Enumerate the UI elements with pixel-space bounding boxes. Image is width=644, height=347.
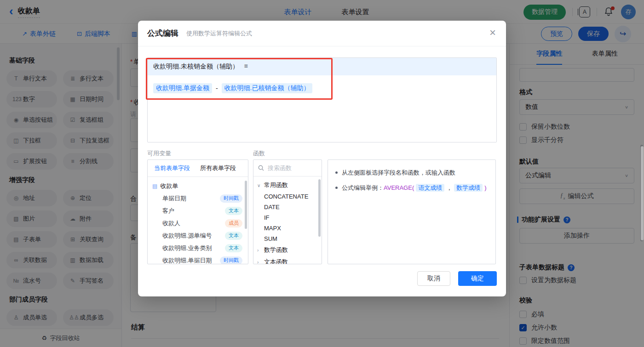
variable-tree-root[interactable]: ▤收款单 [148,180,248,192]
example-field-token: 数学成绩 [454,184,483,192]
variable-type-badge: 时间戳 [220,194,242,203]
field-token[interactable]: 收款明细.单据金额 [153,83,212,93]
modal-title: 公式编辑 [147,28,178,39]
tip-example: 公式编辑举例：AVERAGE(语文成绩，数学成绩) [342,183,487,193]
variable-item[interactable]: 客户文本 [148,205,248,217]
formula-target-field: 收款明细.未核销金额（辅助） [153,63,239,70]
equals-sign: = [244,63,248,70]
variable-item[interactable]: 单据日期时间戳 [148,192,248,205]
formula-result-row: 收款明细.未核销金额（辅助） = [148,58,496,75]
chevron-down-icon: ∨ [257,183,261,188]
variable-item[interactable]: 收款明细.源单编号文本 [148,229,248,242]
tips-panel: 从左侧面板选择字段名和函数，或输入函数 公式编辑举例：AVERAGE(语文成绩，… [328,159,496,264]
example-close-paren: ) [484,184,486,191]
function-search-input[interactable]: 搜索函数 [253,160,322,176]
function-item[interactable]: DATE [253,202,322,212]
function-group-文本函数[interactable]: ›文本函数 [253,256,322,264]
variable-item[interactable]: 收款明细.单据日期时间戳 [148,254,248,264]
variable-type-badge: 文本 [225,244,242,252]
chevron-right-icon: › [257,260,261,265]
variable-name: 收款明细.单据日期 [162,256,212,265]
variables-panel: 当前表单字段 所有表单字段 ▤收款单单据日期时间戳客户文本收款人成员收款明细.源… [147,159,248,264]
variable-item[interactable]: 收款人成员 [148,217,248,229]
function-item[interactable]: IF [253,212,322,223]
tip-text: 从左侧面板选择字段名和函数，或输入函数 [342,168,455,178]
close-icon[interactable]: × [489,27,496,38]
confirm-button[interactable]: 确定 [458,271,497,286]
formula-expression-row: 收款明细.单据金额 - 收款明细.已核销金额（辅助） [148,75,496,101]
function-group-数学函数[interactable]: ›数学函数 [253,244,322,256]
function-item[interactable]: SUM [253,233,322,244]
bullet-icon [335,187,338,189]
search-placeholder: 搜索函数 [268,164,292,172]
formula-editor[interactable]: 收款明细.未核销金额（辅助） = 收款明细.单据金额 - 收款明细.已核销金额（… [147,57,497,142]
window-scrollbar[interactable] [641,146,644,240]
cancel-button[interactable]: 取消 [417,271,450,286]
variable-type-badge: 成员 [225,219,242,228]
function-group-常用函数[interactable]: ∨常用函数 [253,179,322,191]
bullet-icon [335,171,338,174]
tab-all-form-fields[interactable]: 所有表单字段 [200,164,236,172]
formula-edit-modal: 公式编辑 使用数学运算符编辑公式 × 收款明细.未核销金额（辅助） = 收款明细… [138,21,506,296]
field-token[interactable]: 收款明细.已核销金额（辅助） [222,83,313,93]
functions-scrollbar[interactable] [318,179,321,237]
variable-name: 客户 [162,207,174,215]
search-icon [258,165,264,171]
chevron-right-icon: › [257,248,261,253]
variable-type-badge: 时间戳 [220,256,242,265]
variable-name: 单据日期 [162,194,186,203]
form-doc-icon: ▤ [152,183,157,189]
variable-name: 收款明细.源单编号 [162,232,212,240]
functions-label: 函数 [253,149,265,158]
modal-subtitle: 使用数学运算符编辑公式 [186,29,252,38]
example-function-name: AVERAGE( [384,184,414,191]
functions-panel: 搜索函数 ∨常用函数CONCATENATEDATEIFMAPXSUM›数学函数›… [253,159,322,264]
variable-item[interactable]: 收款明细.业务类别文本 [148,242,248,254]
function-item[interactable]: MAPX [253,223,322,233]
example-field-token: 语文成绩 [416,184,444,192]
variable-type-badge: 文本 [225,232,242,240]
variables-label: 可用变量 [147,149,171,158]
tab-current-form-fields[interactable]: 当前表单字段 [154,164,190,172]
app-window: ‹ 收款单 表单设计表单设置 数据管理 A 存 ↗表单外链⊡后端脚本▥数据权 预… [0,0,644,347]
variable-name: 收款人 [162,219,180,228]
variables-scrollbar[interactable] [245,181,247,229]
function-item[interactable]: CONCATENATE [253,191,322,202]
minus-operator: - [216,85,218,92]
variable-name: 收款明细.业务类别 [162,244,212,252]
variable-type-badge: 文本 [225,207,242,215]
